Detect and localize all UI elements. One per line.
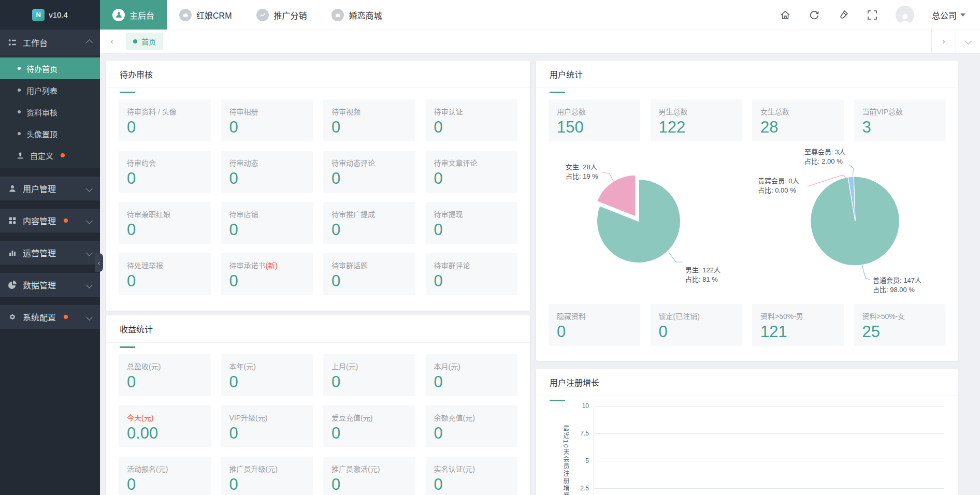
revenue-grid: 总盈收(元) 0 本年(元) 0 上月(元) 0 本月(元) 0 xyxy=(106,343,530,495)
stat-tile: 推广员激活(元) 0 xyxy=(323,457,415,495)
sidebar-item-content-management[interactable]: 内容管理 xyxy=(0,209,100,232)
stat-value: 0 xyxy=(127,272,203,290)
pie-label-vip: 贵宾会员: 0人 占比: 0.00 % xyxy=(758,177,799,195)
sidebar-item-label: 内容管理 xyxy=(23,214,56,227)
stat-tile: 锁定(已注销) 0 xyxy=(651,304,742,346)
tab-marriage-mall[interactable]: 婚恋商城 xyxy=(319,0,394,30)
stat-tile: 待审推广提成 0 xyxy=(323,202,415,244)
sidebar-item-system-config[interactable]: 系统配置 xyxy=(0,305,100,329)
stat-tile: 资料>50%-女 25 xyxy=(854,304,946,346)
stat-label: 待审动态 xyxy=(229,157,305,168)
stat-label: 待审提现 xyxy=(434,209,510,219)
stat-value: 0 xyxy=(332,373,407,391)
stat-label: 待审认证 xyxy=(434,106,510,117)
mall-icon xyxy=(332,9,344,21)
stat-value: 0 xyxy=(434,373,510,391)
sidebar-item-todo-home[interactable]: 待办首页 xyxy=(0,57,100,79)
app-version: v10.4 xyxy=(49,10,68,19)
stat-value: 0 xyxy=(434,272,510,290)
stat-label: 待审群话题 xyxy=(332,260,407,270)
stat-label: 待审承诺书(新) xyxy=(229,260,305,270)
stat-value: 0.00 xyxy=(127,424,203,443)
stat-value: 0 xyxy=(229,221,305,239)
tags-menu-icon[interactable] xyxy=(956,30,980,53)
tab-label: 主后台 xyxy=(129,9,154,21)
sidebar-item-workbench[interactable]: 工作台 xyxy=(0,30,100,55)
stat-label: 待审动态评论 xyxy=(332,157,407,168)
refresh-icon[interactable] xyxy=(809,9,820,21)
sidebar-item-operations-management[interactable]: 运营管理 xyxy=(0,241,100,265)
stat-tile: 余额充值(元) 0 xyxy=(426,405,518,447)
chevron-down-icon xyxy=(86,217,93,224)
sidebar-item-label: 自定义 xyxy=(30,150,53,161)
stat-label: 资料>50%-女 xyxy=(862,311,938,321)
sidebar-item-avatar-pin[interactable]: 头像置顶 xyxy=(0,123,100,144)
stat-value: 0 xyxy=(332,272,407,290)
tags-scroll-right-icon[interactable]: › xyxy=(931,30,956,53)
stat-value: 0 xyxy=(229,118,305,137)
stat-label: VIP升级(元) xyxy=(229,412,305,423)
stat-value: 0 xyxy=(434,475,510,494)
tab-label: 婚恋商城 xyxy=(349,9,382,21)
tags-scroll-left-icon[interactable]: ‹ xyxy=(100,30,124,53)
sidebar-item-label: 系统配置 xyxy=(23,311,56,323)
tab-label: 红娘CRM xyxy=(196,9,232,21)
sidebar-collapse-handle[interactable]: ‹ xyxy=(95,253,103,272)
tag-home[interactable]: 首页 xyxy=(126,33,163,50)
workbench-submenu: 待办首页 用户列表 资料审核 头像置顶 自定义 xyxy=(0,55,100,168)
stat-tile: 待审认证 0 xyxy=(426,99,518,141)
sidebar: 工作台 待办首页 用户列表 资料审核 头像置顶 自定义 用户管理 xyxy=(0,30,100,495)
stat-value: 0 xyxy=(332,424,407,443)
tag-bar-right: › xyxy=(931,30,980,53)
theme-brush-icon[interactable] xyxy=(838,9,849,21)
todo-grid: 待审资料 / 头像 0 待审相册 0 待审视频 0 待审认证 0 xyxy=(106,88,530,307)
avatar[interactable] xyxy=(896,6,914,24)
sidebar-item-user-management[interactable]: 用户管理 xyxy=(0,177,100,200)
stat-tile: 当前VIP总数 3 xyxy=(854,99,946,141)
bullet-icon xyxy=(18,110,21,113)
sidebar-item-data-management[interactable]: 数据管理 xyxy=(0,273,100,297)
tab-matchmaker-crm[interactable]: 红娘CRM xyxy=(167,0,244,30)
pie-label-supreme: 至尊会员: 3人 占比: 2.00 % xyxy=(804,148,845,166)
main-content: 待办审核 待审资料 / 头像 0 待审相册 0 待审视频 0 xyxy=(100,53,980,495)
stat-label: 待处理举报 xyxy=(127,260,203,270)
stat-tile: 资料>50%-男 121 xyxy=(752,304,844,346)
stat-value: 121 xyxy=(760,323,835,341)
bullet-icon xyxy=(18,67,21,70)
home-icon[interactable] xyxy=(780,9,791,21)
leader-line xyxy=(667,250,683,262)
sidebar-item-label: 工作台 xyxy=(23,36,48,49)
sidebar-item-profile-review[interactable]: 资料审核 xyxy=(0,101,100,123)
stat-label: 推广员激活(元) xyxy=(332,463,407,474)
sidebar-item-label: 头像置顶 xyxy=(26,128,57,139)
stat-label: 资料>50%-男 xyxy=(760,311,835,321)
stat-label: 隐藏资料 xyxy=(557,311,632,321)
sidebar-item-label: 运营管理 xyxy=(23,246,56,259)
stat-label: 爱豆充值(元) xyxy=(332,412,407,423)
sidebar-item-custom[interactable]: 自定义 xyxy=(0,144,100,166)
chevron-down-icon xyxy=(86,282,93,288)
gridline xyxy=(594,461,944,461)
notification-dot xyxy=(64,315,68,319)
stat-tile: 待审兼职红娘 0 xyxy=(119,202,211,244)
user-stats-card: 用户统计 用户总数 150 男生总数 122 女生总数 28 xyxy=(536,61,958,361)
app-logo: N v10.4 xyxy=(0,0,100,30)
stat-label: 余额充值(元) xyxy=(434,412,510,423)
sidebar-item-user-list[interactable]: 用户列表 xyxy=(0,79,100,101)
todo-review-card: 待办审核 待审资料 / 头像 0 待审相册 0 待审视频 0 xyxy=(106,61,530,311)
stat-tile: 待审文章评论 0 xyxy=(426,151,518,193)
fullscreen-icon[interactable] xyxy=(867,9,878,21)
gridline xyxy=(594,488,944,489)
tab-promotion[interactable]: 推广分销 xyxy=(244,0,319,30)
stat-value: 0 xyxy=(229,424,305,443)
stat-tile: 待审提现 0 xyxy=(426,202,518,244)
company-dropdown[interactable]: 总公司 xyxy=(932,9,965,21)
stat-value: 0 xyxy=(332,118,407,137)
stat-label: 实名认证(元) xyxy=(434,463,510,474)
stat-value: 28 xyxy=(760,118,835,137)
stat-label: 今天(元) xyxy=(127,412,203,423)
y-tick: 2.5 xyxy=(566,485,589,492)
upload-icon xyxy=(16,151,24,159)
growth-line-chart: 最近10天会员注册增量 10 7.5 5 2.5 xyxy=(536,396,958,495)
tab-main-backend[interactable]: 主后台 xyxy=(100,0,167,30)
